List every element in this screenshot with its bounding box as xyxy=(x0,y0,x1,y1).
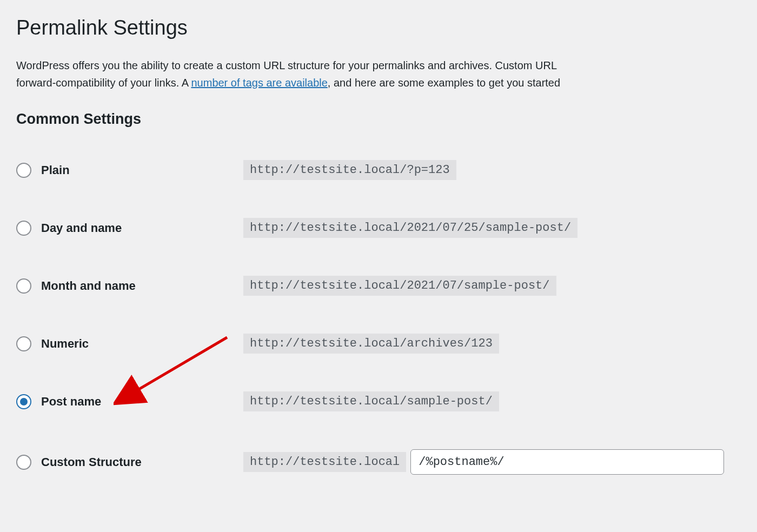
example-plain: http://testsite.local/?p=123 xyxy=(243,160,456,180)
page-title: Permalink Settings xyxy=(16,16,757,39)
radio-custom[interactable] xyxy=(16,455,31,470)
custom-structure-input[interactable] xyxy=(410,449,724,475)
example-numeric: http://testsite.local/archives/123 xyxy=(243,334,499,354)
section-title: Common Settings xyxy=(16,111,757,128)
example-month-name: http://testsite.local/2021/07/sample-pos… xyxy=(243,276,556,296)
radio-post-name[interactable] xyxy=(16,394,31,409)
label-plain[interactable]: Plain xyxy=(41,163,70,177)
radio-month-name[interactable] xyxy=(16,278,31,294)
description-text-1: WordPress offers you the ability to crea… xyxy=(16,59,557,71)
label-day-name[interactable]: Day and name xyxy=(41,221,122,235)
page-description: WordPress offers you the ability to crea… xyxy=(16,57,757,91)
option-row-custom: Custom Structure http://testsite.local xyxy=(16,449,757,475)
example-post-name: http://testsite.local/sample-post/ xyxy=(243,391,499,411)
option-row-month-name: Month and name http://testsite.local/202… xyxy=(16,276,757,296)
radio-numeric[interactable] xyxy=(16,336,31,351)
option-row-numeric: Numeric http://testsite.local/archives/1… xyxy=(16,334,757,354)
label-month-name[interactable]: Month and name xyxy=(41,279,136,293)
example-day-name: http://testsite.local/2021/07/25/sample-… xyxy=(243,218,577,238)
radio-day-name[interactable] xyxy=(16,221,31,236)
option-row-plain: Plain http://testsite.local/?p=123 xyxy=(16,160,757,180)
option-row-day-name: Day and name http://testsite.local/2021/… xyxy=(16,218,757,238)
tags-link[interactable]: number of tags are available xyxy=(191,77,327,89)
example-custom-prefix: http://testsite.local xyxy=(243,452,406,472)
label-numeric[interactable]: Numeric xyxy=(41,337,89,351)
radio-plain[interactable] xyxy=(16,163,31,178)
permalink-options: Plain http://testsite.local/?p=123 Day a… xyxy=(16,160,757,475)
option-row-post-name: Post name http://testsite.local/sample-p… xyxy=(16,391,757,411)
description-text-3: , and here are some examples to get you … xyxy=(328,77,560,89)
label-post-name[interactable]: Post name xyxy=(41,395,101,409)
label-custom[interactable]: Custom Structure xyxy=(41,455,142,469)
description-text-2: forward-compatibility of your links. A xyxy=(16,77,191,89)
